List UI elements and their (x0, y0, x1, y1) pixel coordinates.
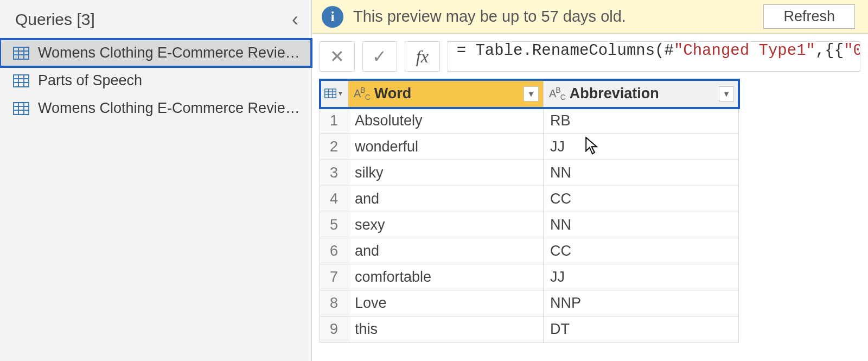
column-header-abbreviation[interactable]: ABC Abbreviation ▼ (544, 80, 739, 108)
fx-icon: fx (416, 47, 429, 67)
table-row[interactable]: 2wonderfulJJ (320, 134, 739, 160)
table-row[interactable]: 4andCC (320, 186, 739, 212)
table-row[interactable]: 5sexyNN (320, 212, 739, 238)
formula-accept-button[interactable]: ✓ (362, 41, 398, 72)
table-row[interactable]: 7comfortableJJ (320, 264, 739, 290)
table-row[interactable]: 3silkyNN (320, 160, 739, 186)
chevron-down-icon: ▼ (337, 90, 344, 97)
table-row[interactable]: 1AbsolutelyRB (320, 108, 739, 134)
row-number[interactable]: 3 (320, 160, 348, 186)
cell-abbreviation[interactable]: CC (544, 238, 739, 264)
table-icon (324, 88, 336, 98)
query-item-parts-of-speech[interactable]: Parts of Speech (0, 67, 311, 94)
check-icon: ✓ (372, 46, 387, 67)
row-number[interactable]: 5 (320, 212, 348, 238)
column-filter-button[interactable]: ▼ (719, 86, 734, 102)
refresh-button[interactable]: Refresh (763, 4, 855, 29)
cell-abbreviation[interactable]: DT (544, 316, 739, 343)
type-text-icon: ABC (354, 86, 370, 102)
query-item-womens-clothing-reviews-2[interactable]: Womens Clothing E-Commerce Review... (0, 94, 311, 122)
svg-rect-10 (14, 103, 29, 115)
fx-button[interactable]: fx (405, 41, 440, 72)
cell-abbreviation[interactable]: NNP (544, 290, 739, 316)
table-row[interactable]: 8LoveNNP (320, 290, 739, 316)
queries-pane: Queries [3] ‹ Womens Clothing E-Commerce… (0, 0, 312, 361)
cell-word[interactable]: Love (348, 290, 544, 316)
cell-abbreviation[interactable]: NN (544, 160, 739, 186)
svg-rect-0 (14, 47, 29, 59)
table-row[interactable]: 9thisDT (320, 316, 739, 343)
grid-corner-button[interactable]: ▼ (320, 80, 348, 108)
column-header-word[interactable]: ABC Word ▼ (348, 80, 544, 108)
cell-word[interactable]: and (348, 238, 544, 264)
row-number[interactable]: 6 (320, 238, 348, 264)
query-item-womens-clothing-reviews[interactable]: Womens Clothing E-Commerce Reviews (0, 39, 311, 67)
cell-word[interactable]: Absolutely (348, 108, 544, 134)
queries-pane-header: Queries [3] ‹ (0, 0, 311, 39)
column-filter-button[interactable]: ▼ (524, 86, 539, 102)
collapse-pane-icon[interactable]: ‹ (292, 10, 298, 29)
preview-warning-message: This preview may be up to 57 days old. (353, 8, 626, 26)
x-icon: ✕ (330, 46, 344, 67)
query-list: Womens Clothing E-Commerce Reviews Parts… (0, 39, 311, 122)
column-name: Word (374, 85, 519, 102)
preview-warning-bar: i This preview may be up to 57 days old.… (312, 0, 868, 34)
cell-word[interactable]: wonderful (348, 134, 544, 160)
cell-abbreviation[interactable]: JJ (544, 264, 739, 290)
svg-rect-5 (14, 75, 29, 87)
row-number[interactable]: 4 (320, 186, 348, 212)
data-grid: ▼ ABC Word ▼ ABC (312, 79, 868, 343)
query-item-label: Womens Clothing E-Commerce Review... (38, 100, 301, 117)
cell-word[interactable]: this (348, 316, 544, 343)
row-number[interactable]: 8 (320, 290, 348, 316)
cell-word[interactable]: sexy (348, 212, 544, 238)
row-number[interactable]: 1 (320, 108, 348, 134)
cell-word[interactable]: comfortable (348, 264, 544, 290)
cell-abbreviation[interactable]: JJ (544, 134, 739, 160)
row-number[interactable]: 9 (320, 316, 348, 343)
table-icon (13, 74, 29, 87)
query-item-label: Parts of Speech (38, 72, 142, 89)
row-number[interactable]: 2 (320, 134, 348, 160)
column-name: Abbreviation (570, 85, 714, 102)
row-number[interactable]: 7 (320, 264, 348, 290)
type-text-icon: ABC (549, 86, 565, 102)
queries-pane-title: Queries [3] (15, 10, 95, 29)
formula-bar: ✕ ✓ fx = Table.RenameColumns(#"Changed T… (312, 34, 868, 79)
info-icon: i (322, 6, 343, 28)
query-item-label: Womens Clothing E-Commerce Reviews (38, 45, 301, 61)
formula-cancel-button[interactable]: ✕ (320, 41, 355, 72)
table-icon (13, 102, 29, 115)
svg-rect-15 (324, 89, 336, 98)
cell-word[interactable]: silky (348, 160, 544, 186)
cell-word[interactable]: and (348, 186, 544, 212)
table-icon (13, 47, 29, 60)
cell-abbreviation[interactable]: CC (544, 186, 739, 212)
cell-abbreviation[interactable]: NN (544, 212, 739, 238)
formula-input[interactable]: = Table.RenameColumns(#"Changed Type1",{… (448, 41, 860, 72)
cell-abbreviation[interactable]: RB (544, 108, 739, 134)
table-row[interactable]: 6andCC (320, 238, 739, 264)
main-area: i This preview may be up to 57 days old.… (312, 0, 868, 361)
